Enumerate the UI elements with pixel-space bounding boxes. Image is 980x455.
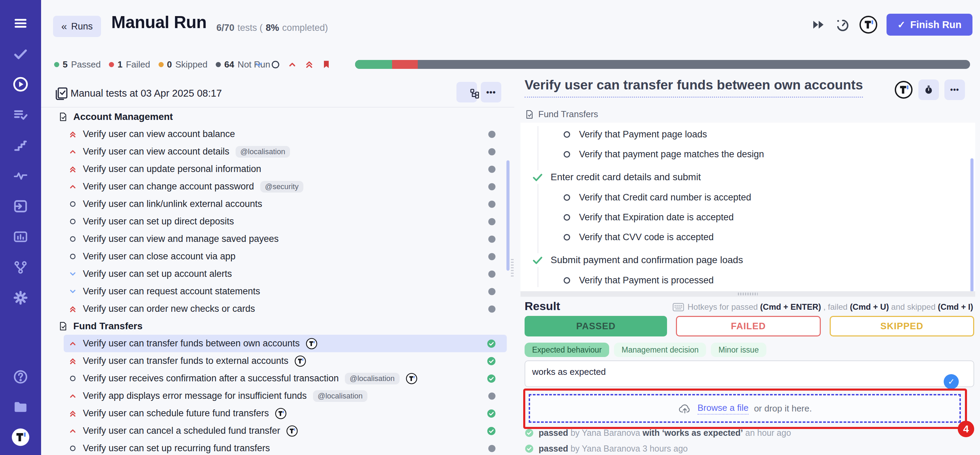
test-step[interactable]: Enter credit card details and submit	[520, 167, 975, 187]
test-row[interactable]: Verify user can set up direct deposits	[64, 213, 507, 230]
filter-bookmark-icon[interactable]	[321, 60, 331, 69]
group-view-button[interactable]	[457, 82, 477, 102]
test-row[interactable]: Verify user can update personal informat…	[64, 160, 507, 178]
ellipsis-icon: •••	[486, 87, 496, 97]
sidebar-item-activity-icon[interactable]	[11, 167, 30, 185]
suite-header[interactable]: Fund Transfers	[41, 318, 514, 335]
test-row[interactable]: Verify user can link/unlink external acc…	[64, 195, 507, 213]
test-row[interactable]: Verify user can change account password …	[64, 178, 507, 195]
sidebar-item-check-icon[interactable]	[11, 45, 30, 63]
filter-circle-icon[interactable]	[271, 60, 280, 69]
history-row: passed by Yana Baranova 3 hours ago	[525, 441, 973, 455]
sidebar-item-branch-icon[interactable]	[11, 258, 30, 276]
test-row[interactable]: Verify user can transfer funds between o…	[64, 335, 507, 352]
sidebar-item-menu-icon[interactable]	[11, 14, 30, 32]
test-row[interactable]: Verify user can request account statemen…	[64, 283, 507, 300]
result-failed-button[interactable]: FAILED	[676, 316, 821, 337]
priority-low-icon	[67, 287, 78, 296]
fast-forward-button[interactable]	[811, 18, 826, 32]
submit-comment-button[interactable]: ✓	[944, 374, 959, 389]
test-row[interactable]: Verify user can order new checks or card…	[64, 300, 507, 318]
suite-header[interactable]: Account Management	[41, 108, 514, 125]
result-tag[interactable]: Minor issue	[711, 343, 766, 357]
browse-file-link[interactable]: Browse a file	[697, 402, 749, 415]
app-logo-button[interactable]	[859, 15, 878, 34]
test-row[interactable]: Verify user receives confirmation after …	[64, 370, 507, 387]
test-title: Verify user can order new checks or card…	[83, 303, 255, 314]
stat-skipped: 0 Skipped	[159, 59, 207, 70]
fast-forward-icon	[811, 18, 826, 32]
status-not-run-icon	[488, 287, 496, 295]
stat-count: 64	[224, 59, 234, 70]
stat-count: 5	[63, 59, 67, 70]
status-not-run-icon	[488, 183, 496, 190]
import-icon	[13, 198, 29, 214]
filter-chevron-down-icon[interactable]	[254, 60, 263, 69]
result-skipped-button[interactable]: SKIPPED	[830, 316, 974, 337]
tests-scrollbar[interactable]	[506, 160, 509, 271]
substep-bullet-icon	[564, 277, 570, 284]
status-passed-icon	[487, 409, 496, 418]
sidebar-item-steps-icon[interactable]	[11, 136, 30, 154]
priority-low-icon	[67, 270, 78, 278]
sidebar-item-list-check-icon[interactable]	[11, 106, 30, 124]
sidebar-item-settings-icon[interactable]	[11, 289, 30, 307]
detail-timer-button[interactable]	[918, 80, 939, 100]
steps-scrollbar[interactable]	[970, 158, 974, 292]
check-icon: ✓	[897, 19, 905, 30]
panel-resize-grip[interactable]	[511, 259, 514, 278]
substep-text: Verify that payment page matches the des…	[579, 149, 764, 160]
test-row[interactable]: Verify user can schedule future fund tra…	[64, 405, 507, 422]
result-tag[interactable]: Management decision	[614, 343, 706, 357]
history-by: by Yana Baranova	[571, 428, 643, 437]
sidebar-item-logo-icon[interactable]	[11, 428, 30, 446]
suite-breadcrumb[interactable]: Fund Transfers	[525, 109, 598, 120]
menu-icon	[13, 16, 28, 31]
test-substep[interactable]: Verify that Expiration date is accepted	[520, 207, 975, 227]
hotkeys-text: Hotkeys for passed (Cmd + ENTER) , faile…	[687, 302, 973, 312]
back-to-runs-button[interactable]: « Runs	[53, 16, 101, 37]
test-row[interactable]: Verify user can set up recurring fund tr…	[64, 440, 507, 455]
history-by: by Yana Baranova	[571, 444, 643, 453]
filter-chevrons-up-icon[interactable]	[304, 60, 314, 69]
file-check-icon	[58, 112, 68, 121]
file-dropzone[interactable]: Browse a file or drop it here.	[529, 394, 961, 423]
panel-more-button[interactable]: •••	[481, 82, 501, 102]
test-row[interactable]: Verify user can close account via app	[64, 248, 507, 265]
test-row[interactable]: Verify app displays error message for in…	[64, 387, 507, 405]
test-substep[interactable]: Verify that payment page matches the des…	[520, 144, 975, 164]
status-not-run-icon	[488, 270, 496, 278]
test-row[interactable]: Verify user can cancel a scheduled fund …	[64, 422, 507, 440]
substep-bullet-icon	[564, 151, 570, 158]
test-row[interactable]: Verify user can set up account alerts	[64, 265, 507, 283]
sidebar-item-import-icon[interactable]	[11, 197, 30, 215]
test-substep[interactable]: Verify that Credit card number is accept…	[520, 187, 975, 207]
filter-chevron-up-icon[interactable]	[288, 60, 297, 69]
test-step[interactable]: Submit payment and confirmation page loa…	[520, 250, 975, 270]
drop-hint-label: or drop it here.	[754, 403, 812, 414]
comment-input[interactable]: works as expected	[525, 361, 974, 387]
test-substep[interactable]: Verify that Payment page loads	[520, 125, 975, 144]
status-not-run-icon	[488, 165, 496, 173]
substep-bullet-icon	[564, 131, 570, 138]
test-row[interactable]: Verify user can view account balance	[64, 125, 507, 143]
test-title: Verify app displays error message for in…	[83, 391, 307, 401]
test-row[interactable]: Verify user can view account details @lo…	[64, 143, 507, 160]
steps-resize-handle[interactable]	[520, 291, 975, 297]
sidebar-item-help-icon[interactable]	[11, 368, 30, 386]
hotkey-part: and skipped	[889, 302, 938, 311]
history-time: 3 hours ago	[643, 444, 687, 453]
test-row[interactable]: Verify user can view and manage saved pa…	[64, 230, 507, 248]
sidebar-item-play-circle-icon[interactable]	[11, 75, 30, 93]
timer-button[interactable]	[834, 17, 850, 32]
sidebar-item-folder-icon[interactable]	[11, 398, 30, 416]
test-row[interactable]: Verify user can transfer funds to extern…	[64, 352, 507, 370]
tests-label: tests (	[238, 22, 263, 33]
test-substep[interactable]: Verify that CVV code is accepted	[520, 227, 975, 247]
result-tag[interactable]: Expected behaviour	[525, 343, 609, 357]
detail-more-button[interactable]: •••	[944, 80, 965, 100]
finish-run-button[interactable]: ✓ Finish Run	[886, 14, 972, 36]
result-passed-button[interactable]: PASSED	[525, 316, 667, 337]
sidebar-item-bar-chart-icon[interactable]	[11, 228, 30, 246]
test-substep[interactable]: Verify that Payment is processed	[520, 270, 975, 290]
